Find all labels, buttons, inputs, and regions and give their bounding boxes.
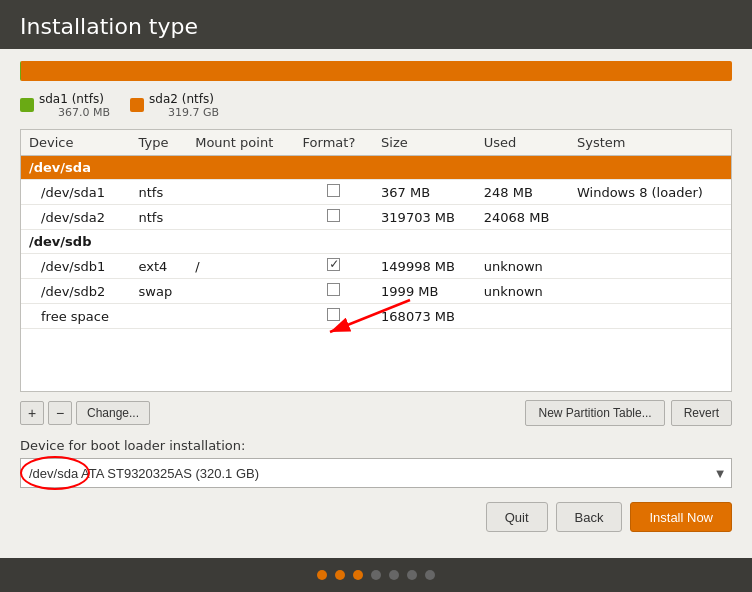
remove-partition-button[interactable]: −: [48, 401, 72, 425]
cell-type: ntfs: [131, 180, 188, 205]
table-row[interactable]: /dev/sda: [21, 156, 731, 180]
cell-size: 149998 MB: [373, 254, 476, 279]
install-now-button[interactable]: Install Now: [630, 502, 732, 532]
add-partition-button[interactable]: +: [20, 401, 44, 425]
legend-sda2-info: sda2 (ntfs) 319.7 GB: [149, 91, 219, 119]
app-window: Installation type sda1 (ntfs) 367.0 MB: [0, 0, 752, 592]
cell-size: 1999 MB: [373, 279, 476, 304]
cell-system: [569, 254, 731, 279]
cell-system: [569, 304, 731, 329]
partition-table: Device Type Mount point Format? Size Use…: [21, 130, 731, 329]
dot-5[interactable]: [389, 570, 399, 580]
title-bar: Installation type: [0, 0, 752, 49]
table-toolbar: + − Change... New Partition Table... Rev…: [20, 400, 732, 426]
legend-color-sda1: [20, 98, 34, 112]
cell-size: 319703 MB: [373, 205, 476, 230]
legend-sda2-size: 319.7 GB: [168, 106, 219, 119]
cell-type: [131, 304, 188, 329]
cell-system: [569, 205, 731, 230]
cell-used: 248 MB: [476, 180, 569, 205]
quit-button[interactable]: Quit: [486, 502, 548, 532]
page-title: Installation type: [20, 14, 732, 39]
cell-system: [569, 279, 731, 304]
legend-color-sda2: [130, 98, 144, 112]
table-row[interactable]: /dev/sdb1 ext4 / 149998 MB unknown: [21, 254, 731, 279]
legend-sda1-info: sda1 (ntfs) 367.0 MB: [39, 91, 110, 119]
toolbar-right-buttons: New Partition Table... Revert: [525, 400, 732, 426]
table-header-row: Device Type Mount point Format? Size Use…: [21, 130, 731, 156]
cell-used: 24068 MB: [476, 205, 569, 230]
partition-bar-sda2: [21, 61, 732, 81]
col-device: Device: [21, 130, 131, 156]
cell-used: unknown: [476, 254, 569, 279]
table-row[interactable]: /dev/sda2 ntfs 319703 MB 24068 MB: [21, 205, 731, 230]
dot-4[interactable]: [371, 570, 381, 580]
dot-6[interactable]: [407, 570, 417, 580]
legend-sda1-size: 367.0 MB: [58, 106, 110, 119]
cell-size: 168073 MB: [373, 304, 476, 329]
partition-bar: [20, 61, 732, 81]
cell-type: ext4: [131, 254, 188, 279]
cell-type: ntfs: [131, 205, 188, 230]
bootloader-select[interactable]: /dev/sda ATA ST9320325AS (320.1 GB): [20, 458, 732, 488]
new-partition-table-button[interactable]: New Partition Table...: [525, 400, 664, 426]
cell-device: /dev/sdb2: [21, 279, 131, 304]
cell-format[interactable]: [295, 254, 373, 279]
dots-bar: [317, 558, 435, 592]
legend-sda2: sda2 (ntfs) 319.7 GB: [130, 91, 219, 119]
content-area: sda1 (ntfs) 367.0 MB sda2 (ntfs) 319.7 G…: [0, 49, 752, 558]
table-row[interactable]: /dev/sda1 ntfs 367 MB 248 MB Windows 8 (…: [21, 180, 731, 205]
col-system: System: [569, 130, 731, 156]
cell-size: 367 MB: [373, 180, 476, 205]
dot-7[interactable]: [425, 570, 435, 580]
cell-format[interactable]: [295, 279, 373, 304]
cell-mount: [187, 279, 294, 304]
cell-mount: [187, 205, 294, 230]
cell-device: /dev/sda1: [21, 180, 131, 205]
cell-mount: /: [187, 254, 294, 279]
back-button[interactable]: Back: [556, 502, 623, 532]
bootloader-select-wrapper: /dev/sda ATA ST9320325AS (320.1 GB): [20, 458, 732, 488]
cell-format[interactable]: [295, 304, 373, 329]
cell-used: unknown: [476, 279, 569, 304]
cell-type: swap: [131, 279, 188, 304]
legend-sda1: sda1 (ntfs) 367.0 MB: [20, 91, 110, 119]
table-row[interactable]: /dev/sdb2 swap 1999 MB unknown: [21, 279, 731, 304]
col-used: Used: [476, 130, 569, 156]
cell-device: /dev/sdb1: [21, 254, 131, 279]
col-type: Type: [131, 130, 188, 156]
bottom-buttons: Quit Back Install Now: [20, 502, 732, 532]
table-row[interactable]: /dev/sdb: [21, 230, 731, 254]
change-partition-button[interactable]: Change...: [76, 401, 150, 425]
bootloader-label: Device for boot loader installation:: [20, 438, 732, 453]
cell-mount: [187, 304, 294, 329]
cell-device: /dev/sda2: [21, 205, 131, 230]
cell-device: free space: [21, 304, 131, 329]
main-window: Installation type sda1 (ntfs) 367.0 MB: [0, 0, 752, 558]
table-row[interactable]: free space 168073 MB: [21, 304, 731, 329]
partition-table-section: Device Type Mount point Format? Size Use…: [20, 129, 732, 400]
col-format: Format?: [295, 130, 373, 156]
cell-format[interactable]: [295, 180, 373, 205]
revert-button[interactable]: Revert: [671, 400, 732, 426]
cell-system: Windows 8 (loader): [569, 180, 731, 205]
dot-2[interactable]: [335, 570, 345, 580]
legend-sda1-label: sda1 (ntfs): [39, 92, 104, 106]
cell-format[interactable]: [295, 205, 373, 230]
dot-1[interactable]: [317, 570, 327, 580]
dot-3[interactable]: [353, 570, 363, 580]
partition-legend: sda1 (ntfs) 367.0 MB sda2 (ntfs) 319.7 G…: [20, 91, 732, 119]
partition-table-wrapper[interactable]: Device Type Mount point Format? Size Use…: [20, 129, 732, 392]
cell-used: [476, 304, 569, 329]
col-mount: Mount point: [187, 130, 294, 156]
col-size: Size: [373, 130, 476, 156]
legend-sda2-label: sda2 (ntfs): [149, 92, 214, 106]
cell-mount: [187, 180, 294, 205]
